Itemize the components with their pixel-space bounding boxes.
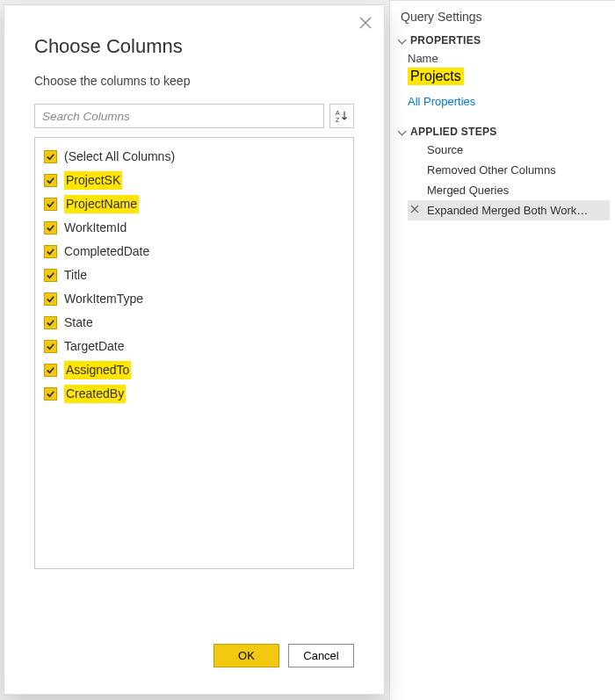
checkbox-icon[interactable] (44, 340, 57, 353)
name-field-value[interactable]: Projects (408, 68, 464, 85)
column-row[interactable]: State (44, 311, 344, 335)
sort-az-icon[interactable]: A Z (329, 104, 354, 128)
properties-section: PROPERTIES Name Projects All Properties (390, 32, 615, 124)
column-label: WorkItemId (64, 219, 127, 237)
column-label: Title (64, 266, 87, 285)
name-field-label: Name (394, 48, 611, 68)
applied-step[interactable]: Expanded Merged Both Work… (408, 200, 610, 220)
checkbox-icon[interactable] (44, 292, 57, 306)
svg-text:Z: Z (336, 117, 340, 123)
column-label: ProjectSK (64, 171, 122, 190)
column-label: AssignedTo (64, 361, 131, 379)
column-row[interactable]: WorkItemId (44, 216, 344, 240)
column-row[interactable]: ProjectSK (44, 169, 344, 192)
column-label: CreatedBy (64, 385, 126, 403)
applied-step[interactable]: Source (408, 140, 610, 160)
column-label: CompletedDate (64, 242, 149, 261)
column-row[interactable]: (Select All Columns) (44, 145, 344, 169)
cancel-button[interactable]: Cancel (288, 644, 354, 668)
checkbox-icon[interactable] (44, 387, 57, 401)
applied-step[interactable]: Merged Queries (408, 180, 610, 200)
properties-header[interactable]: PROPERTIES (394, 32, 611, 48)
column-row[interactable]: CompletedDate (44, 240, 344, 263)
choose-columns-dialog: Choose Columns Choose the columns to kee… (4, 4, 385, 695)
column-label: WorkItemType (64, 290, 143, 308)
close-icon[interactable] (359, 16, 372, 32)
checkbox-icon[interactable] (44, 198, 57, 211)
svg-text:A: A (336, 110, 340, 116)
delete-step-icon[interactable] (410, 203, 419, 216)
applied-steps-section: APPLIED STEPS SourceRemoved Other Column… (390, 124, 615, 231)
dialog-title: Choose Columns (34, 35, 354, 58)
panel-title: Query Settings (390, 6, 615, 32)
column-label: (Select All Columns) (64, 148, 175, 166)
ok-button[interactable]: OK (213, 644, 279, 668)
columns-list: (Select All Columns)ProjectSKProjectName… (34, 137, 354, 569)
all-properties-link[interactable]: All Properties (394, 86, 475, 113)
checkbox-icon[interactable] (44, 316, 57, 329)
chevron-down-icon (398, 126, 407, 135)
checkbox-icon[interactable] (44, 245, 57, 258)
applied-steps-header[interactable]: APPLIED STEPS (394, 124, 611, 140)
chevron-down-icon (398, 35, 407, 44)
column-row[interactable]: TargetDate (44, 335, 344, 358)
checkbox-icon[interactable] (44, 269, 57, 282)
column-label: ProjectName (64, 195, 139, 213)
query-settings-panel: Query Settings PROPERTIES Name Projects … (389, 0, 615, 700)
dialog-subtitle: Choose the columns to keep (34, 74, 354, 88)
column-row[interactable]: WorkItemType (44, 287, 344, 311)
column-row[interactable]: CreatedBy (44, 382, 344, 406)
applied-step[interactable]: Removed Other Columns (408, 160, 610, 180)
column-label: State (64, 314, 93, 332)
checkbox-icon[interactable] (44, 150, 57, 163)
column-label: TargetDate (64, 337, 124, 356)
column-row[interactable]: Title (44, 263, 344, 287)
checkbox-icon[interactable] (44, 174, 57, 187)
column-row[interactable]: ProjectName (44, 192, 344, 216)
checkbox-icon[interactable] (44, 221, 57, 235)
search-input[interactable] (34, 104, 324, 128)
checkbox-icon[interactable] (44, 364, 57, 377)
column-row[interactable]: AssignedTo (44, 358, 344, 382)
